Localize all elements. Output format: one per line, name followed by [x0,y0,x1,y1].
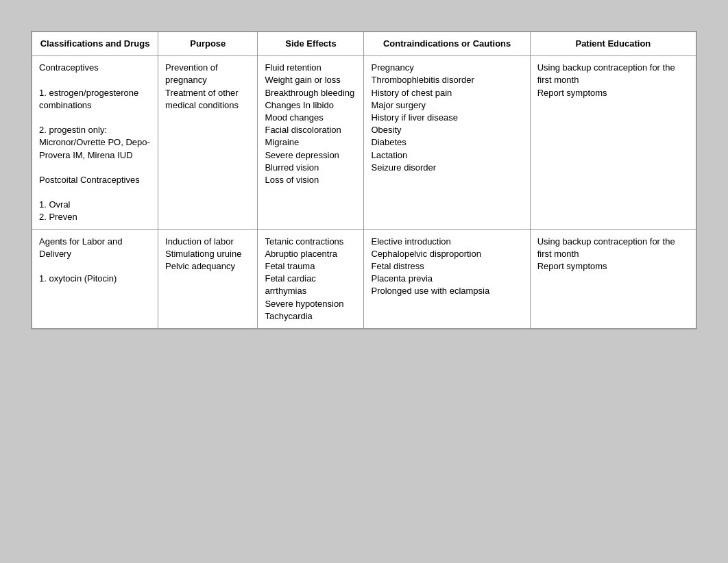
table-row: Agents for Labor and Delivery1. oxytocin… [32,229,696,328]
table-row: Contraceptives1. estrogen/progesterone c… [32,56,696,229]
header-purpose: Purpose [158,32,258,56]
cell-contraindications: PregnancyThrombophlebitis disorderHistor… [364,56,530,229]
drug-reference-table: Classifications and Drugs Purpose Side E… [32,32,696,329]
header-patienteducation: Patient Education [530,32,696,56]
cell-patienteducation: Using backup contraception for the first… [530,229,696,328]
header-sideeffects: Side Effects [258,32,364,56]
header-contraindications: Contraindications or Cautions [364,32,530,56]
cell-patienteducation: Using backup contraception for the first… [530,56,696,229]
header-classifications: Classifications and Drugs [32,32,158,56]
cell-sideeffects: Tetanic contractionsAbruptio placentraFe… [258,229,364,328]
cell-classifications: Contraceptives1. estrogen/progesterone c… [32,56,158,229]
cell-contraindications: Elective introductionCephalopelvic dispr… [364,229,530,328]
main-table-container: Classifications and Drugs Purpose Side E… [31,31,697,329]
cell-purpose: Prevention of pregnancyTreatment of othe… [158,56,258,229]
cell-classifications: Agents for Labor and Delivery1. oxytocin… [32,229,158,328]
cell-sideeffects: Fluid retentionWeight gain or lossBreakt… [258,56,364,229]
cell-purpose: Induction of laborStimulationg uruinePel… [158,229,258,328]
